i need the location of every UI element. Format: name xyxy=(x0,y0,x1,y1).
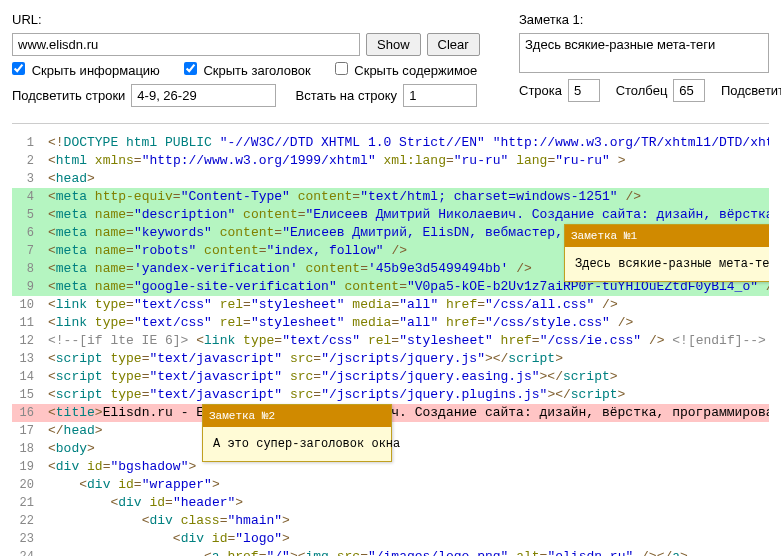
note1-textarea[interactable] xyxy=(519,33,769,73)
code-content[interactable]: <title>Elisdn.ru - Елисеев Дмитрий Никол… xyxy=(48,404,769,422)
col-input[interactable] xyxy=(673,79,705,102)
line-number: 9 xyxy=(12,278,48,296)
line-number: 23 xyxy=(12,530,48,548)
line-number: 21 xyxy=(12,494,48,512)
code-line[interactable]: 11<link type="text/css" rel="stylesheet"… xyxy=(12,314,769,332)
line-number: 7 xyxy=(12,242,48,260)
url-label: URL: xyxy=(12,12,42,27)
code-viewer[interactable]: Заметка №1 Здесь всякие-разные мета-теги… xyxy=(12,134,769,556)
code-line[interactable]: 12<!--[if lte IE 6]> <link type="text/cs… xyxy=(12,332,769,350)
code-line[interactable]: 14<script type="text/javascript" src="/j… xyxy=(12,368,769,386)
code-line[interactable]: 4<meta http-equiv="Content-Type" content… xyxy=(12,188,769,206)
goto-line-input[interactable] xyxy=(403,84,477,107)
hide-title-label[interactable]: Скрыть заголовок xyxy=(184,62,311,78)
hide-title-checkbox[interactable] xyxy=(184,62,197,75)
clear-button[interactable]: Clear xyxy=(427,33,480,56)
line-number: 24 xyxy=(12,548,48,556)
line-number: 13 xyxy=(12,350,48,368)
code-content[interactable]: <script type="text/javascript" src="/jsc… xyxy=(48,368,769,386)
code-content[interactable]: <a href="/"><img src="/images/logo.png" … xyxy=(48,548,769,556)
note-1-body: Здесь всякие-разные мета-теги xyxy=(565,247,769,281)
code-content[interactable]: <script type="text/javascript" src="/jsc… xyxy=(48,386,769,404)
code-content[interactable]: <div id="bgshadow"> xyxy=(48,458,769,476)
line-number: 17 xyxy=(12,422,48,440)
show-button[interactable]: Show xyxy=(366,33,421,56)
code-line[interactable]: 23 <div id="logo"> xyxy=(12,530,769,548)
line-number: 14 xyxy=(12,368,48,386)
note-1-header[interactable]: Заметка №1 xyxy=(565,225,769,247)
line-label: Строка xyxy=(519,83,562,98)
code-content[interactable]: <meta name="description" content="Елисее… xyxy=(48,206,769,224)
note-2-body: А это супер-заголовок окна xyxy=(203,427,391,461)
line-number: 10 xyxy=(12,296,48,314)
code-content[interactable]: <script type="text/javascript" src="/jsc… xyxy=(48,350,769,368)
line-input[interactable] xyxy=(568,79,600,102)
col-label: Столбец xyxy=(616,83,668,98)
code-line[interactable]: 10<link type="text/css" rel="stylesheet"… xyxy=(12,296,769,314)
line-number: 6 xyxy=(12,224,48,242)
line-number: 16 xyxy=(12,404,48,422)
code-content[interactable]: <link type="text/css" rel="stylesheet" m… xyxy=(48,296,769,314)
note-1[interactable]: Заметка №1 Здесь всякие-разные мета-теги xyxy=(564,224,769,282)
code-content[interactable]: <!DOCTYPE html PUBLIC "-//W3C//DTD XHTML… xyxy=(48,134,769,152)
line-number: 20 xyxy=(12,476,48,494)
line-number: 12 xyxy=(12,332,48,350)
line-number: 19 xyxy=(12,458,48,476)
line-number: 18 xyxy=(12,440,48,458)
code-content[interactable]: <meta http-equiv="Content-Type" content=… xyxy=(48,188,769,206)
code-line[interactable]: 1<!DOCTYPE html PUBLIC "-//W3C//DTD XHTM… xyxy=(12,134,769,152)
code-line[interactable]: 22 <div class="hmain"> xyxy=(12,512,769,530)
code-content[interactable]: <!--[if lte IE 6]> <link type="text/css"… xyxy=(48,332,769,350)
code-line[interactable]: 24 <a href="/"><img src="/images/logo.pn… xyxy=(12,548,769,556)
code-line[interactable]: 2<html xmlns="http://www.w3.org/1999/xht… xyxy=(12,152,769,170)
hide-content-checkbox[interactable] xyxy=(335,62,348,75)
note-2[interactable]: Заметка №2 А это супер-заголовок окна xyxy=(202,404,392,462)
line-number: 22 xyxy=(12,512,48,530)
highlight-lines-input[interactable] xyxy=(131,84,276,107)
line-number: 3 xyxy=(12,170,48,188)
code-content[interactable]: <div id="wrapper"> xyxy=(48,476,769,494)
highlight-label: Подсветить xyxy=(721,83,781,98)
note-2-header[interactable]: Заметка №2 xyxy=(203,405,391,427)
highlight-lines-label: Подсветить строки xyxy=(12,88,125,103)
code-content[interactable]: <head> xyxy=(48,170,769,188)
code-line[interactable]: 13<script type="text/javascript" src="/j… xyxy=(12,350,769,368)
code-content[interactable]: <link type="text/css" rel="stylesheet" m… xyxy=(48,314,769,332)
divider xyxy=(12,123,769,124)
code-content[interactable]: </head> xyxy=(48,422,769,440)
code-line[interactable]: 5<meta name="description" content="Елисе… xyxy=(12,206,769,224)
line-number: 5 xyxy=(12,206,48,224)
line-number: 4 xyxy=(12,188,48,206)
line-number: 2 xyxy=(12,152,48,170)
code-line[interactable]: 15<script type="text/javascript" src="/j… xyxy=(12,386,769,404)
code-content[interactable]: <div id="header"> xyxy=(48,494,769,512)
code-line[interactable]: 20 <div id="wrapper"> xyxy=(12,476,769,494)
note1-label: Заметка 1: xyxy=(519,12,583,27)
code-line[interactable]: 3<head> xyxy=(12,170,769,188)
line-number: 11 xyxy=(12,314,48,332)
goto-line-label: Встать на строку xyxy=(296,88,398,103)
hide-info-label[interactable]: Скрыть информацию xyxy=(12,62,160,78)
hide-content-label[interactable]: Скрыть содержимое xyxy=(335,62,478,78)
code-content[interactable]: <div id="logo"> xyxy=(48,530,769,548)
line-number: 1 xyxy=(12,134,48,152)
line-number: 8 xyxy=(12,260,48,278)
url-input[interactable] xyxy=(12,33,360,56)
code-content[interactable]: <body> xyxy=(48,440,769,458)
hide-info-checkbox[interactable] xyxy=(12,62,25,75)
code-content[interactable]: <html xmlns="http://www.w3.org/1999/xhtm… xyxy=(48,152,769,170)
code-line[interactable]: 21 <div id="header"> xyxy=(12,494,769,512)
line-number: 15 xyxy=(12,386,48,404)
code-content[interactable]: <div class="hmain"> xyxy=(48,512,769,530)
